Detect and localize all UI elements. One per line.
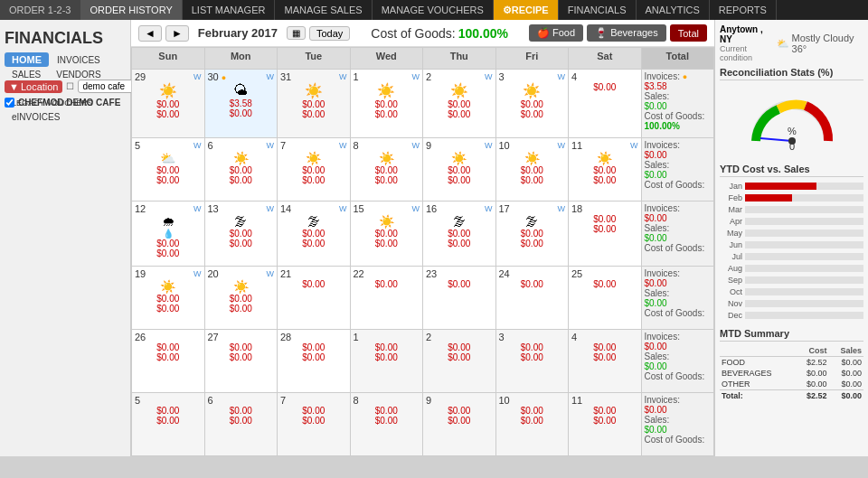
cell-1-feb[interactable]: 1W ☀️ $0.00 $0.00 — [351, 70, 424, 138]
mtd-bev-sales: $0.00 — [828, 368, 863, 379]
header-sun: Sun — [132, 48, 205, 70]
subnav-sales[interactable]: SALES — [5, 68, 48, 81]
cell-15[interactable]: 15W ☀️ $0.00 $0.00 — [351, 202, 424, 266]
header-tue: Tue — [278, 48, 351, 70]
mtd-total-sales: $0.00 — [828, 390, 863, 402]
ytd-title: YTD Cost vs. Sales — [720, 164, 863, 177]
total-filter-btn[interactable]: Total — [670, 24, 707, 42]
cell-9-last[interactable]: 9 $0.00 $0.00 — [423, 393, 496, 456]
cell-20[interactable]: 20W ☀️ $0.00 $0.00 — [205, 267, 278, 330]
top-nav: ORDER 1-2-3 ORDER HISTORY LIST MANAGER M… — [0, 0, 868, 20]
mtd-header-category — [720, 345, 795, 357]
cell-3-mar[interactable]: 3 $0.00 $0.00 — [496, 330, 570, 393]
nav-reports[interactable]: REPORTS — [710, 0, 777, 20]
cell-16[interactable]: 16W 🌫 $0.00 $0.00 — [423, 202, 496, 266]
weather-location: Anytown , NY Current condition — [720, 24, 777, 62]
cell-31[interactable]: 31W ☀️ $0.00 $0.00 — [278, 70, 351, 138]
nav-order-history[interactable]: ORDER HISTORY — [80, 0, 182, 20]
subnav-home[interactable]: HOME — [5, 52, 49, 67]
today-btn[interactable]: Today — [309, 26, 350, 41]
demo-cafe-row: CHEFMOD DEMO CAFE — [5, 98, 126, 108]
bar-nov: Nov — [720, 298, 863, 309]
cell-24[interactable]: 24 $0.00 — [496, 267, 570, 330]
cell-2-mar[interactable]: 2 $0.00 $0.00 — [423, 330, 496, 393]
cell-28[interactable]: 28 $0.00 $0.00 — [278, 330, 351, 393]
filter-label: Location — [21, 81, 59, 92]
cost-value: 100.00% — [458, 26, 508, 41]
cell-6-last[interactable]: 6 $0.00 $0.00 — [205, 393, 278, 456]
cell-5-last[interactable]: 5 $0.00 $0.00 — [132, 393, 205, 456]
subnav-invoices[interactable]: INVOICES — [50, 53, 108, 67]
cell-5[interactable]: 5W ⛅ $0.00 $0.00 — [132, 138, 205, 202]
gauge-svg: % 0 — [742, 91, 842, 150]
cell-11-last[interactable]: 11 $0.00 $0.00 — [569, 393, 642, 456]
mtd-total-label: Total: — [720, 390, 795, 402]
cell-14[interactable]: 14W 🌫 $0.00 $0.00 — [278, 202, 351, 266]
cell-3-feb[interactable]: 3W ☀️ $0.00 $0.00 — [496, 70, 570, 138]
cell-7[interactable]: 7W ☀️ $0.00 $0.00 — [278, 138, 351, 202]
bar-jan: Jan — [720, 181, 863, 192]
cell-23[interactable]: 23 $0.00 — [423, 267, 496, 330]
cell-4-feb[interactable]: 4 $0.00 — [569, 70, 642, 138]
cell-18[interactable]: 18 $0.00 $0.00 — [569, 202, 642, 266]
subnav-einvoices[interactable]: eINVOICES — [5, 110, 67, 124]
svg-text:0: 0 — [788, 141, 794, 150]
cell-10[interactable]: 10W ☀️ $0.00 $0.00 — [496, 138, 570, 202]
cell-11[interactable]: 11W ☀️ $0.00 $0.00 — [569, 138, 642, 202]
cell-8-last[interactable]: 8 $0.00 $0.00 — [351, 393, 424, 456]
filter-badge[interactable]: ▼ Location — [5, 80, 62, 93]
header-sat: Sat — [569, 48, 642, 70]
cell-25[interactable]: 25 $0.00 — [569, 267, 642, 330]
cell-21[interactable]: 21 $0.00 — [278, 267, 351, 330]
nav-recipe[interactable]: ⚙RECIPE — [494, 0, 559, 20]
mtd-table: Cost Sales FOOD $2.52 $0.00 BEVERAGES $0… — [720, 345, 863, 401]
nav-analytics[interactable]: ANALYTICS — [637, 0, 710, 20]
bar-aug: Aug — [720, 263, 863, 274]
nav-manage-vouchers[interactable]: MANAGE VOUCHERS — [373, 0, 494, 20]
cell-26[interactable]: 26 $0.00 $0.00 — [132, 330, 205, 393]
prev-month-btn[interactable]: ◄ — [138, 25, 162, 42]
main-content: ◄ ► February 2017 ▦ Today Cost of Goods:… — [131, 20, 714, 456]
header-thu: Thu — [423, 48, 496, 70]
cell-1-mar[interactable]: 1 $0.00 $0.00 — [351, 330, 424, 393]
nav-order123[interactable]: ORDER 1-2-3 — [0, 0, 80, 20]
cell-22[interactable]: 22 $0.00 — [351, 267, 424, 330]
cell-2-feb[interactable]: 2W ☀️ $0.00 $0.00 — [423, 70, 496, 138]
cell-29[interactable]: 29W ☀️ $0.00 $0.00 — [132, 70, 205, 138]
calendar-icon-btn[interactable]: ▦ — [287, 26, 306, 40]
mtd-other-label: OTHER — [720, 379, 795, 390]
calendar-body: Sun Mon Tue Wed Thu Fri Sat Total 29W ☀️… — [131, 47, 714, 456]
cell-27[interactable]: 27 $0.00 $0.00 — [205, 330, 278, 393]
mtd-other-sales: $0.00 — [828, 379, 863, 390]
bar-jun: Jun — [720, 239, 863, 250]
cell-13[interactable]: 13W 🌫 $0.00 $0.00 — [205, 202, 278, 266]
week2-total: Invoices: $0.00 Sales: $0.00 Cost of Goo… — [642, 138, 715, 202]
weather-condition: ⛅ Mostly Cloudy 36° — [777, 33, 863, 54]
nav-list-manager[interactable]: LIST MANAGER — [183, 0, 276, 20]
cost-label: Cost of Goods: — [371, 26, 455, 41]
nav-financials[interactable]: FINANCIALS — [559, 0, 637, 20]
demo-cafe-checkbox[interactable] — [5, 98, 14, 108]
ytd-bar-chart: Jan Feb Mar Apr — [720, 181, 863, 321]
cell-8[interactable]: 8W ☀️ $0.00 $0.00 — [351, 138, 424, 202]
food-filter-btn[interactable]: 🍎 Food — [529, 24, 583, 42]
cost-display: Cost of Goods: 100.00% — [371, 26, 508, 41]
reconciliation-title: Reconciliation Stats (%) — [720, 67, 863, 80]
reconciliation-section: Reconciliation Stats (%) % 0 — [720, 67, 863, 156]
cell-19[interactable]: 19W ☀️ $0.00 $0.00 — [132, 267, 205, 330]
cell-12[interactable]: 12W 🌧 💧 $0.00 $0.00 — [132, 202, 205, 266]
mtd-row-beverages: BEVERAGES $0.00 $0.00 — [720, 368, 863, 379]
nav-manage-sales[interactable]: MANAGE SALES — [275, 0, 372, 20]
beverages-filter-btn[interactable]: 🍷 Beverages — [587, 24, 666, 42]
weather-description: Mostly Cloudy 36° — [792, 33, 863, 54]
page-title: FINANCIALS — [5, 24, 126, 52]
cell-9[interactable]: 9W ☀️ $0.00 $0.00 — [423, 138, 496, 202]
cell-4-mar[interactable]: 4 $0.00 $0.00 — [569, 330, 642, 393]
cell-17[interactable]: 17W 🌫 $0.00 $0.00 — [496, 202, 570, 266]
cell-30[interactable]: 30 ●W 🌤 $3.58 $0.00 — [205, 70, 278, 138]
next-month-btn[interactable]: ► — [165, 25, 189, 42]
cell-6[interactable]: 6W ☀️ $0.00 $0.00 — [205, 138, 278, 202]
cell-10-last[interactable]: 10 $0.00 $0.00 — [496, 393, 570, 456]
cell-7-last[interactable]: 7 $0.00 $0.00 — [278, 393, 351, 456]
bar-feb-cost — [745, 194, 792, 202]
